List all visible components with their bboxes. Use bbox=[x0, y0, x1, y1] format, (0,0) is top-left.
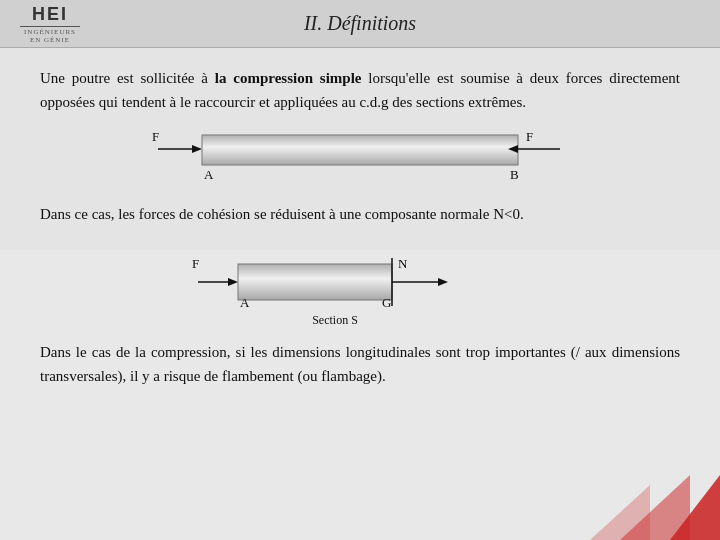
para1-before: Une poutre est sollicitée à bbox=[40, 70, 215, 86]
svg-marker-6 bbox=[228, 278, 238, 286]
paragraph-3: Dans le cas de la compression, si les di… bbox=[40, 340, 680, 388]
svg-marker-1 bbox=[192, 145, 202, 153]
diag2-a-label: A bbox=[240, 295, 250, 310]
svg-marker-13 bbox=[590, 485, 650, 540]
paragraph-2: Dans ce cas, les forces de cohésion se r… bbox=[40, 202, 680, 226]
diagram-2-container: F N A G Section S bbox=[0, 252, 720, 332]
page-title: II. Définitions bbox=[304, 12, 416, 35]
para1-bold: la compression simple bbox=[215, 70, 362, 86]
diag2-n-label: N bbox=[398, 256, 408, 271]
beam-label-b: B bbox=[510, 167, 519, 182]
svg-rect-7 bbox=[238, 264, 392, 300]
header: HEI INGÉNIEURSEN GÉNIE II. Définitions bbox=[0, 0, 720, 48]
main-content: Une poutre est sollicitée à la compressi… bbox=[0, 48, 720, 250]
svg-rect-2 bbox=[202, 135, 518, 165]
diag2-section-label: Section S bbox=[312, 313, 358, 327]
force-label-left: F bbox=[152, 129, 159, 144]
beam-label-a: A bbox=[204, 167, 214, 182]
logo-subtitle: INGÉNIEURSEN GÉNIE bbox=[24, 28, 76, 45]
force-label-right: F bbox=[526, 129, 533, 144]
beam-svg: F A B F bbox=[130, 127, 590, 189]
logo: HEI INGÉNIEURSEN GÉNIE bbox=[20, 4, 80, 45]
paragraph-1: Une poutre est sollicitée à la compressi… bbox=[40, 66, 680, 114]
diag2-g-label: G bbox=[382, 295, 391, 310]
decoration-svg bbox=[590, 475, 720, 540]
bottom-content: Dans le cas de la compression, si les di… bbox=[0, 340, 720, 398]
diagram-1: F A B F bbox=[40, 128, 680, 188]
logo-text: HEI bbox=[32, 4, 68, 25]
svg-marker-10 bbox=[438, 278, 448, 286]
diag2-f-label: F bbox=[192, 256, 199, 271]
section-svg: F N A G Section S bbox=[190, 252, 530, 332]
